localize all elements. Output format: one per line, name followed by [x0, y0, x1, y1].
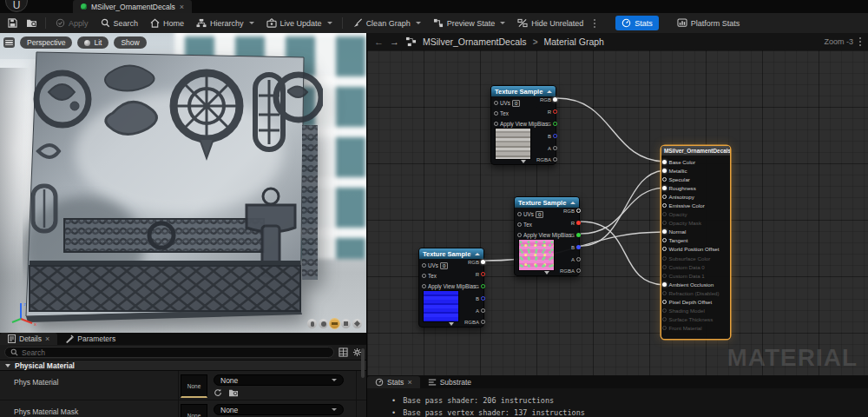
- uv-value-box[interactable]: 0: [512, 100, 520, 107]
- details-search-input[interactable]: [22, 348, 328, 357]
- material-pin-normal[interactable]: Normal: [661, 228, 730, 236]
- material-pin-base-color[interactable]: Base Color: [661, 157, 730, 166]
- material-pin-world-position-offset[interactable]: World Position Offset: [661, 245, 730, 254]
- output-pin-g[interactable]: [576, 233, 581, 237]
- input-pin-tex[interactable]: [422, 274, 426, 278]
- output-pin-r[interactable]: [553, 109, 557, 114]
- preview-state-button[interactable]: Preview State: [427, 16, 512, 30]
- output-pin-a[interactable]: [553, 146, 557, 150]
- nav-back-button[interactable]: ←: [374, 37, 384, 46]
- material-pin-anisotropy[interactable]: Anisotropy: [661, 192, 730, 201]
- unreal-logo-icon[interactable]: U: [5, 0, 28, 12]
- preview-viewport[interactable]: Perspective Lit Show z x: [0, 33, 366, 333]
- asset-picker-dropdown[interactable]: None: [214, 374, 344, 386]
- output-pin-a[interactable]: [576, 257, 581, 261]
- output-pin-b[interactable]: [481, 296, 485, 301]
- browse-asset-icon[interactable]: [228, 388, 239, 397]
- node-expander-icon[interactable]: [449, 322, 454, 326]
- input-pin-tex[interactable]: [517, 222, 522, 227]
- collapse-icon[interactable]: [570, 202, 575, 204]
- save-button[interactable]: [3, 16, 22, 30]
- view-mode-dropdown[interactable]: Lit: [77, 36, 108, 49]
- node-header[interactable]: Texture Sample: [491, 86, 556, 96]
- browse-to-asset-button[interactable]: [22, 16, 42, 30]
- output-pin-rgb[interactable]: [481, 260, 485, 264]
- output-pin-rgba[interactable]: [553, 157, 557, 162]
- output-pin-b[interactable]: [553, 134, 557, 138]
- shape-sphere-button[interactable]: [319, 319, 328, 328]
- input-pin-tex[interactable]: [494, 111, 498, 116]
- platform-stats-button[interactable]: Platform Stats: [671, 16, 746, 30]
- texture-sample-node-basecolor[interactable]: Texture Sample UVs0 Tex Apply View MipBi…: [490, 85, 556, 165]
- hide-unrelated-button[interactable]: Hide Unrelated: [511, 16, 589, 30]
- input-pin-mipbias[interactable]: [422, 284, 426, 288]
- input-pin-uvs[interactable]: [422, 263, 426, 268]
- collapse-icon[interactable]: [547, 90, 552, 93]
- output-pin-r[interactable]: [576, 221, 581, 225]
- show-dropdown[interactable]: Show: [114, 36, 146, 49]
- viewport-menu-icon[interactable]: [3, 37, 15, 48]
- display-options-icon[interactable]: [339, 348, 348, 357]
- hierarchy-button[interactable]: Hierarchy: [190, 16, 260, 30]
- close-tab-icon[interactable]: ×: [407, 378, 411, 387]
- material-pin-metallic[interactable]: Metallic: [661, 166, 730, 175]
- node-expander-icon[interactable]: [521, 160, 526, 163]
- node-header[interactable]: MSilver_OrnamentDecals: [661, 146, 730, 156]
- section-physical-material[interactable]: Physical Material: [0, 360, 366, 371]
- node-header[interactable]: Texture Sample: [419, 248, 483, 259]
- output-pin-rgb[interactable]: [576, 208, 581, 213]
- material-pin-roughness[interactable]: Roughness: [661, 183, 730, 192]
- nav-forward-button[interactable]: →: [390, 37, 399, 46]
- details-scrollbar[interactable]: [361, 348, 365, 378]
- material-pin-tangent[interactable]: Tangent: [661, 236, 730, 245]
- material-pin-emissive-color[interactable]: Emissive Color: [661, 201, 730, 209]
- asset-thumbnail[interactable]: None: [181, 374, 207, 398]
- input-pin-uvs[interactable]: [494, 101, 498, 105]
- stats-toggle-button[interactable]: Stats: [615, 16, 659, 30]
- tab-substrate[interactable]: Substrate: [420, 376, 479, 388]
- graph-options-dots-icon[interactable]: [859, 37, 861, 46]
- asset-thumbnail[interactable]: None: [181, 404, 207, 417]
- asset-tab[interactable]: MSilver_OrnamentDecals ×: [73, 0, 192, 13]
- uv-value-box[interactable]: 0: [536, 211, 543, 218]
- material-pin-pixel-depth-offset[interactable]: Pixel Depth Offset: [661, 298, 730, 307]
- apply-button[interactable]: Apply: [49, 16, 95, 30]
- overflow-dots-icon[interactable]: [594, 19, 595, 28]
- uv-value-box[interactable]: 0: [440, 262, 448, 269]
- material-pin-ambient-occlusion[interactable]: Ambient Occlusion: [661, 280, 730, 288]
- input-pin-mipbias[interactable]: [494, 122, 498, 126]
- details-search-box[interactable]: [4, 347, 334, 358]
- clean-graph-button[interactable]: Clean Graph: [346, 16, 427, 30]
- output-pin-r[interactable]: [481, 272, 485, 276]
- collapse-icon[interactable]: [475, 253, 480, 255]
- node-header[interactable]: Texture Sample: [515, 197, 579, 208]
- material-pin-specular[interactable]: Specular: [661, 175, 730, 183]
- tab-parameters[interactable]: Parameters: [57, 333, 123, 345]
- tab-details[interactable]: Details ×: [0, 333, 57, 345]
- input-pin-uvs[interactable]: [517, 212, 522, 216]
- node-expander-icon[interactable]: [544, 271, 549, 275]
- shape-plane-button[interactable]: [330, 319, 339, 328]
- output-pin-g[interactable]: [553, 122, 557, 126]
- close-tab-icon[interactable]: ×: [45, 334, 49, 343]
- perspective-dropdown[interactable]: Perspective: [20, 36, 72, 49]
- output-pin-rgb[interactable]: [553, 97, 557, 102]
- graph-canvas[interactable]: Texture Sample UVs0 Tex Apply View MipBi…: [367, 50, 868, 375]
- texture-sample-node-normal[interactable]: Texture Sample UVs0 Tex Apply View MipBi…: [418, 248, 484, 328]
- close-tab-icon[interactable]: ×: [180, 3, 184, 10]
- live-update-button[interactable]: Live Update: [260, 16, 339, 30]
- shape-cylinder-button[interactable]: [307, 319, 317, 328]
- breadcrumb-root[interactable]: MSilver_OrnamentDecals: [423, 36, 527, 47]
- tab-stats[interactable]: Stats ×: [367, 376, 420, 388]
- use-selected-icon[interactable]: [214, 388, 222, 397]
- breadcrumb-current[interactable]: Material Graph: [543, 36, 603, 47]
- search-button[interactable]: Search: [95, 16, 145, 30]
- shape-cube-button[interactable]: [341, 319, 351, 328]
- output-pin-g[interactable]: [481, 284, 485, 288]
- output-pin-rgba[interactable]: [576, 268, 581, 273]
- material-output-node[interactable]: MSilver_OrnamentDecals Base Color Metall…: [661, 146, 730, 339]
- input-pin-mipbias[interactable]: [517, 233, 522, 237]
- shape-custom-mesh-button[interactable]: [352, 319, 362, 328]
- output-pin-b[interactable]: [576, 245, 581, 249]
- home-button[interactable]: Home: [144, 16, 190, 30]
